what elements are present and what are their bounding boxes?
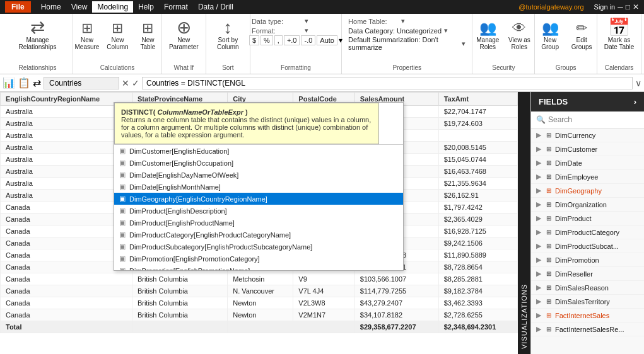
ac-item-text: DimDate[EnglishMonthName] [129, 183, 221, 191]
fields-list-item[interactable]: ▶⊞DimSalesReason [531, 281, 644, 295]
visualizations-tab[interactable]: VISUALIZATIONS [518, 92, 530, 354]
auto-button[interactable]: Auto [317, 35, 337, 45]
fields-list-item[interactable]: ▶⊞DimCustomer [531, 142, 644, 156]
decimal-increase-button[interactable]: +.0 [284, 35, 300, 45]
fields-list-item[interactable]: ▶⊞DimDate [531, 156, 644, 170]
relationship-view-icon[interactable]: ⇄ [33, 77, 41, 89]
fields-list-item[interactable]: ▶⊞DimEmployee [531, 170, 644, 184]
new-table-button[interactable]: ⊞ New Table [133, 19, 162, 52]
data-category-dropdown[interactable]: ▾ [444, 26, 448, 35]
fields-list-item[interactable]: ▶⊞DimReseller [531, 267, 644, 281]
table-view-icon[interactable]: 📋 [18, 77, 30, 89]
chart-view-icon[interactable]: 📊 [3, 77, 15, 89]
table-cell: British Columbia [132, 273, 227, 285]
fields-list-item[interactable]: ▶⊞DimSalesTerritory [531, 295, 644, 309]
autocomplete-item[interactable]: ▣DimProductSubcategory[EnglishProductSub… [114, 241, 403, 253]
manage-relationships-button[interactable]: ⇄ Manage Relationships [6, 16, 69, 53]
fields-list: ▶⊞DimCurrency▶⊞DimCustomer▶⊞DimDate▶⊞Dim… [531, 128, 644, 354]
ribbon-label-whatif: What If [173, 64, 194, 71]
percent-button[interactable]: % [261, 35, 273, 45]
fields-list-item[interactable]: ▶⊞DimGeography [531, 184, 644, 198]
table-cell: British Columbia [132, 297, 227, 309]
table-cell: British Columbia [132, 285, 227, 297]
ac-item-text: DimDate[EnglishDayNameOfWeek] [129, 171, 238, 179]
fields-list-item[interactable]: ▶⊞DimProductSubcat... [531, 239, 644, 253]
ribbon: ⇄ Manage Relationships Relationships ⊞ N… [0, 14, 644, 74]
edit-groups-button[interactable]: ✏ Edit Groups [567, 19, 596, 52]
window-maximize[interactable]: □ [626, 3, 630, 11]
brand-link: @tutorialgateway.org [518, 3, 583, 11]
menu-data-drill[interactable]: Data / Drill [193, 1, 238, 13]
table-cell: Australia [1, 118, 132, 130]
menu-format[interactable]: Format [159, 1, 193, 13]
field-table-icon: ⊞ [546, 229, 551, 236]
table-cell: $8,285.2881 [438, 273, 517, 285]
autocomplete-list[interactable]: ▣DimCustomer[EnglishEducation]▣DimCustom… [114, 144, 403, 270]
comma-button[interactable]: , [274, 35, 283, 45]
home-table-dropdown[interactable]: ▾ [401, 17, 405, 25]
table-cell: Newton [228, 309, 293, 321]
table-cell: Canada [1, 237, 132, 249]
autocomplete-item[interactable]: ▣DimPromotion[EnglishPromotionName] [114, 265, 403, 270]
new-parameter-button[interactable]: ⊕ New Parameter [165, 16, 202, 53]
field-table-icon: ⊞ [546, 201, 551, 208]
view-roles-button[interactable]: 👁 View as Roles [505, 19, 534, 52]
formula-confirm-icon[interactable]: ✓ [132, 78, 139, 88]
autocomplete-item[interactable]: ▣DimProductCategory[EnglishProductCatego… [114, 229, 403, 241]
fields-list-item[interactable]: ▶⊞FactInternetSales [531, 309, 644, 323]
autocomplete-item[interactable]: ▣DimCustomer[EnglishEducation] [114, 145, 403, 157]
formula-input[interactable] [142, 77, 633, 89]
table-cell: Canada [1, 297, 132, 309]
signin-button[interactable]: Sign in [594, 3, 616, 11]
menu-help[interactable]: Help [133, 1, 159, 13]
ac-item-text: DimGeography[EnglishCountryRegionName] [129, 195, 267, 203]
autocomplete-item[interactable]: ▣DimDate[EnglishDayNameOfWeek] [114, 169, 403, 181]
formula-expand-arrow[interactable]: ∨ [635, 78, 641, 88]
ribbon-label-formatting: Formatting [281, 64, 311, 71]
field-expand-icon: ▶ [536, 325, 541, 333]
menu-home[interactable]: Home [36, 1, 66, 13]
menu-modeling[interactable]: Modeling [92, 1, 133, 13]
mark-as-date-table-button[interactable]: 📅 Mark as Date Table [600, 16, 638, 53]
data-type-label: Data type: [252, 18, 302, 25]
fields-expand-icon[interactable]: › [634, 97, 636, 106]
data-type-dropdown[interactable]: ▾ [305, 17, 308, 25]
sort-by-column-button[interactable]: ↕ Sort by Column [212, 16, 243, 53]
fields-list-item[interactable]: ▶⊞FactInternetSalesRe... [531, 323, 644, 336]
autocomplete-item[interactable]: ▣DimProduct[EnglishProductName] [114, 217, 403, 229]
formula-cancel-icon[interactable]: ✕ [122, 78, 129, 88]
func-description: Returns a one column table that contains… [121, 116, 371, 139]
field-name: DimOrganization [555, 201, 607, 208]
search-icon: 🔍 [536, 115, 546, 124]
fields-list-item[interactable]: ▶⊞DimProduct [531, 212, 644, 226]
file-menu[interactable]: File [5, 1, 31, 13]
new-measure-button[interactable]: ⊞ New Measure [73, 19, 102, 52]
fields-list-item[interactable]: ▶⊞DimOrganization [531, 198, 644, 212]
autocomplete-item[interactable]: ▣DimDate[EnglishMonthName] [114, 181, 403, 193]
ribbon-label-properties: Properties [392, 64, 421, 71]
new-group-button[interactable]: 👥 New Group [536, 19, 565, 52]
ribbon-label-calendars: Calendars [605, 64, 634, 71]
fields-list-item[interactable]: ▶⊞DimProductCategory [531, 226, 644, 239]
fields-search-input[interactable] [548, 115, 643, 124]
new-column-button[interactable]: ⊞ New Column [103, 19, 132, 52]
fields-title: FIELDS [539, 97, 568, 106]
format-dropdown[interactable]: ▾ [305, 26, 308, 35]
autocomplete-item[interactable]: ▣DimProduct[EnglishDescription] [114, 205, 403, 217]
autocomplete-item[interactable]: ▣DimGeography[EnglishCountryRegionName] [114, 193, 403, 205]
window-minimize[interactable]: ─ [618, 3, 623, 11]
manage-roles-button[interactable]: 👥 Manage Roles [473, 19, 502, 52]
window-close[interactable]: ✕ [633, 3, 639, 11]
decimal-decrease-button[interactable]: -.0 [301, 35, 315, 45]
fields-list-item[interactable]: ▶⊞DimCurrency [531, 128, 644, 142]
table-cell: Canada [1, 273, 132, 285]
field-name: DimDate [555, 159, 582, 167]
autocomplete-item[interactable]: ▣DimCustomer[EnglishOccupation] [114, 157, 403, 169]
menu-view[interactable]: View [66, 1, 93, 13]
fields-list-item[interactable]: ▶⊞DimPromotion [531, 253, 644, 267]
autocomplete-item[interactable]: ▣DimPromotion[EnglishPromotionCategory] [114, 253, 403, 265]
table-cell: $15,045.0744 [438, 154, 517, 166]
field-name: DimProductCategory [555, 229, 619, 236]
default-summarization-dropdown[interactable]: ▾ [462, 40, 465, 48]
currency-button[interactable]: $ [249, 35, 259, 45]
